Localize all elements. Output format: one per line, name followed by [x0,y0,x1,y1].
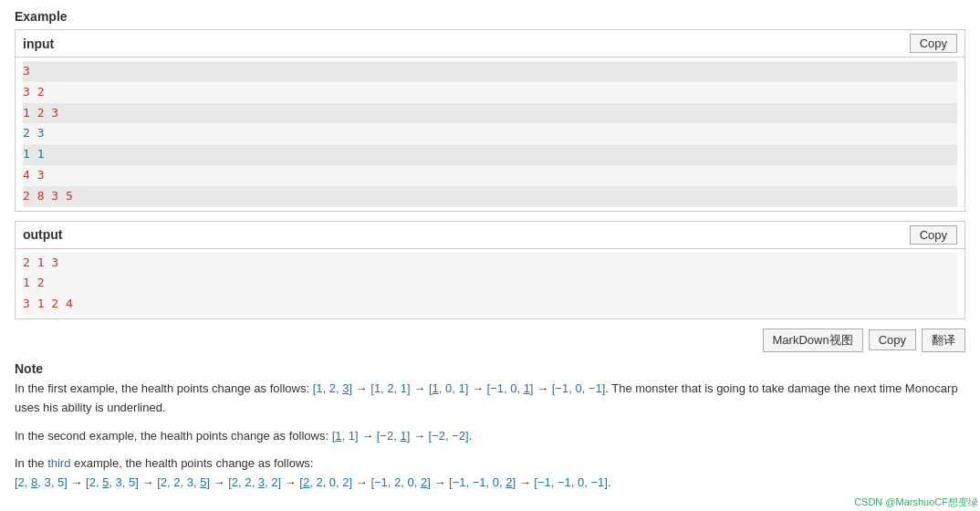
input-copy-button[interactable]: Copy [910,34,957,53]
example-label: Example [15,9,965,24]
toolbar: MarkDown视图 Copy 翻译 [15,328,965,352]
note-para-2: In the second example, the health points… [15,427,965,446]
output-row: 1 2 [23,273,957,294]
input-row: 1 2 3 [23,103,957,124]
markdown-view-button[interactable]: MarkDown视图 [763,328,863,352]
input-block: input Copy 33 21 2 32 31 14 32 8 3 5 [15,29,965,212]
input-row: 2 8 3 5 [23,186,957,207]
csdn-watermark: CSDN @MarshuoCF想变绿 [854,495,978,509]
input-row: 2 3 [23,123,957,144]
input-row: 3 2 [23,82,957,103]
input-content: 33 21 2 32 31 14 32 8 3 5 [16,57,964,211]
output-header: output Copy [16,222,964,249]
note-para-3: In the third example, the health points … [15,454,965,493]
output-row: 3 1 2 4 [23,294,957,315]
output-label: output [23,227,63,242]
toolbar-copy-button[interactable]: Copy [869,329,916,350]
note-paragraphs: In the first example, the health points … [15,380,965,493]
input-row: 1 1 [23,144,957,165]
input-header: input Copy [16,30,964,57]
output-block: output Copy 2 1 31 23 1 2 4 [15,221,965,319]
note-section: Note In the first example, the health po… [15,361,965,493]
output-row: 2 1 3 [23,253,957,274]
note-title: Note [15,361,965,376]
output-content: 2 1 31 23 1 2 4 [16,249,964,318]
note-para-1: In the first example, the health points … [15,380,965,418]
input-label: input [23,36,54,51]
input-row: 3 [23,61,957,82]
output-copy-button[interactable]: Copy [910,225,957,245]
translate-button[interactable]: 翻译 [922,328,965,352]
input-row: 4 3 [23,165,957,186]
